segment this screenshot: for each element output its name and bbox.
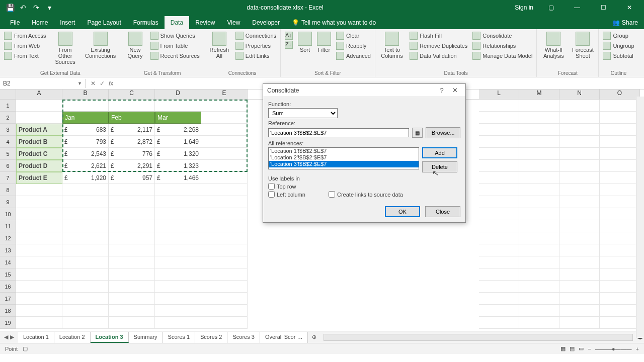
- cell[interactable]: [519, 293, 559, 305]
- cell[interactable]: [109, 220, 155, 232]
- cell[interactable]: £776: [109, 148, 155, 160]
- cell[interactable]: [16, 232, 62, 244]
- cell[interactable]: [519, 124, 559, 136]
- cell[interactable]: [109, 232, 155, 244]
- cell[interactable]: [201, 100, 248, 112]
- relationships-button[interactable]: Relationships: [471, 41, 533, 50]
- browse-button[interactable]: Browse...: [426, 127, 460, 138]
- col-header[interactable]: A: [16, 89, 62, 99]
- cell[interactable]: £1,323: [155, 160, 201, 172]
- list-item[interactable]: 'Location 2'!$B$2:$E$7: [269, 154, 419, 161]
- cell[interactable]: [109, 268, 155, 281]
- sort-asc-button[interactable]: A↓: [284, 31, 294, 40]
- cell[interactable]: [479, 172, 519, 184]
- refresh-all-button[interactable]: Refresh All: [207, 31, 231, 60]
- cell[interactable]: [62, 232, 109, 244]
- remove-duplicates-button[interactable]: Remove Duplicates: [409, 41, 468, 50]
- cell[interactable]: Product D: [16, 160, 62, 172]
- cell[interactable]: [479, 136, 519, 148]
- cell[interactable]: Product B: [16, 136, 62, 148]
- cell[interactable]: [62, 281, 109, 293]
- row-header[interactable]: 13: [0, 244, 16, 256]
- cell[interactable]: [519, 100, 559, 112]
- cell[interactable]: [62, 317, 109, 329]
- col-header[interactable]: L: [479, 89, 519, 99]
- tab-file[interactable]: File: [4, 16, 26, 29]
- sheet-tab[interactable]: Scores 1: [163, 332, 195, 343]
- cell[interactable]: [479, 124, 519, 136]
- cell[interactable]: [62, 268, 109, 281]
- show-queries-button[interactable]: Show Queries: [149, 31, 201, 40]
- from-access-button[interactable]: From Access: [3, 31, 47, 40]
- manage-data-model-button[interactable]: Manage Data Model: [471, 51, 533, 60]
- fx-icon[interactable]: fx: [109, 80, 113, 87]
- row-header[interactable]: 18: [0, 305, 16, 317]
- cell[interactable]: [62, 196, 109, 208]
- view-pagebreak-icon[interactable]: ▭: [579, 345, 584, 352]
- cell[interactable]: [16, 244, 62, 256]
- cell[interactable]: [109, 317, 155, 329]
- cell[interactable]: [201, 148, 248, 160]
- cell[interactable]: [479, 196, 519, 208]
- reapply-button[interactable]: Reapply: [335, 41, 372, 50]
- cell[interactable]: [559, 232, 600, 244]
- cell[interactable]: £2,543: [62, 148, 109, 160]
- cell[interactable]: Product E: [16, 172, 62, 184]
- row-header[interactable]: 5: [0, 148, 16, 160]
- cell[interactable]: [155, 100, 201, 112]
- add-button[interactable]: Add: [422, 147, 457, 158]
- cell[interactable]: [155, 208, 201, 220]
- cell[interactable]: £2,117: [109, 124, 155, 136]
- cell[interactable]: [201, 293, 248, 305]
- cell[interactable]: [519, 244, 559, 256]
- cell[interactable]: [201, 317, 248, 329]
- cell[interactable]: [559, 160, 600, 172]
- cell[interactable]: [600, 293, 640, 305]
- cell[interactable]: [519, 256, 559, 268]
- cell[interactable]: [600, 196, 640, 208]
- cell[interactable]: [16, 268, 62, 281]
- cell[interactable]: £2,621: [62, 160, 109, 172]
- col-header[interactable]: E: [201, 89, 248, 99]
- cell[interactable]: [519, 196, 559, 208]
- connections-button[interactable]: Connections: [234, 31, 277, 40]
- cell[interactable]: [600, 100, 640, 112]
- from-table-button[interactable]: From Table: [149, 41, 201, 50]
- redo-icon[interactable]: ↷: [30, 2, 42, 14]
- col-header[interactable]: B: [62, 89, 109, 99]
- horizontal-scrollbar[interactable]: [324, 334, 633, 341]
- cell[interactable]: [559, 305, 600, 317]
- cell[interactable]: [155, 256, 201, 268]
- vertical-scrollbar[interactable]: [636, 97, 644, 338]
- cell[interactable]: [109, 305, 155, 317]
- cell[interactable]: [155, 196, 201, 208]
- cell[interactable]: [519, 148, 559, 160]
- subtotal-button[interactable]: Subtotal: [602, 51, 635, 60]
- sheet-tab[interactable]: Summary: [129, 332, 163, 343]
- minimize-icon[interactable]: —: [569, 4, 586, 11]
- advanced-button[interactable]: Advanced: [335, 51, 372, 60]
- cell[interactable]: [519, 184, 559, 196]
- text-to-columns-button[interactable]: Text to Columns: [378, 31, 406, 60]
- row-header[interactable]: 4: [0, 136, 16, 148]
- cell[interactable]: [519, 208, 559, 220]
- sheet-tab[interactable]: Scores 3: [227, 332, 260, 343]
- cell[interactable]: [62, 305, 109, 317]
- cell[interactable]: [479, 256, 519, 268]
- share-button[interactable]: 👥 Share: [606, 16, 644, 29]
- cell[interactable]: Product C: [16, 148, 62, 160]
- ribbon-options-icon[interactable]: ▢: [542, 4, 559, 11]
- clear-button[interactable]: Clear: [335, 31, 372, 40]
- cell[interactable]: [201, 220, 248, 232]
- cell[interactable]: [16, 112, 62, 124]
- cell[interactable]: [201, 124, 248, 136]
- cell[interactable]: £1,466: [155, 172, 201, 184]
- cell[interactable]: [155, 317, 201, 329]
- tab-home[interactable]: Home: [26, 16, 54, 29]
- cell[interactable]: [600, 268, 640, 281]
- cell[interactable]: [16, 196, 62, 208]
- references-listbox[interactable]: 'Location 1'!$B$2:$E$7 'Location 2'!$B$2…: [268, 147, 419, 169]
- sheet-tab[interactable]: Location 2: [54, 332, 91, 343]
- cell[interactable]: [155, 244, 201, 256]
- cell[interactable]: [600, 256, 640, 268]
